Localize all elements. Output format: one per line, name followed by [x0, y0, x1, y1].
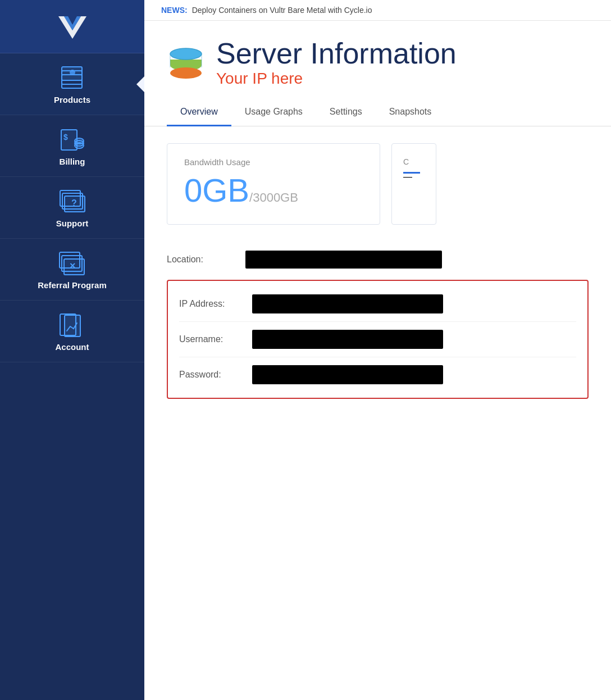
page-title: Server Information	[216, 38, 457, 70]
news-label: NEWS:	[161, 6, 188, 15]
svg-text:$: $	[63, 133, 68, 142]
vultr-logo-icon	[56, 13, 89, 42]
main-content: NEWS: Deploy Containers on Vultr Bare Me…	[144, 0, 611, 700]
partial-card: C —	[391, 143, 436, 225]
sidebar-item-referral[interactable]: × Referral Program	[0, 239, 144, 301]
password-row: Password:	[179, 357, 576, 392]
username-label: Username:	[179, 334, 252, 344]
sidebar-item-account[interactable]: Account	[0, 301, 144, 362]
sidebar-products-label: Products	[54, 95, 90, 104]
svg-point-10	[75, 138, 84, 144]
bandwidth-title: Bandwidth Usage	[184, 157, 363, 167]
svg-text:?: ?	[71, 198, 77, 208]
password-label: Password:	[179, 370, 252, 380]
header-text: Server Information Your IP here	[216, 38, 457, 88]
referral-icon: ×	[58, 251, 87, 276]
products-icon	[58, 66, 87, 90]
password-redacted	[252, 365, 443, 384]
info-rows: Location:	[167, 242, 589, 278]
news-text: Deploy Containers on Vultr Bare Metal wi…	[192, 6, 372, 15]
sidebar-item-products[interactable]: Products	[0, 53, 144, 115]
sidebar-account-label: Account	[56, 342, 89, 352]
sidebar-logo	[0, 0, 144, 53]
location-redacted	[245, 251, 442, 269]
tab-snapshots[interactable]: Snapshots	[376, 99, 445, 126]
bandwidth-display: 0GB/3000GB	[184, 172, 363, 208]
server-ip-placeholder: Your IP here	[216, 70, 457, 88]
billing-icon: $	[58, 128, 87, 152]
server-icon	[167, 44, 205, 82]
tabs-bar: Overview Usage Graphs Settings Snapshots	[144, 99, 611, 126]
content-area: Bandwidth Usage 0GB/3000GB C — Location:	[144, 126, 611, 700]
svg-point-5	[70, 70, 75, 75]
tab-usage-graphs[interactable]: Usage Graphs	[231, 99, 316, 126]
svg-rect-20	[65, 315, 80, 337]
sidebar-billing-label: Billing	[60, 157, 85, 166]
account-icon	[58, 313, 87, 338]
ip-address-row: IP Address:	[179, 287, 576, 321]
username-redacted	[252, 330, 443, 349]
ip-address-label: IP Address:	[179, 299, 252, 309]
sidebar-item-support[interactable]: ? Support	[0, 177, 144, 239]
sidebar-referral-label: Referral Program	[38, 280, 107, 290]
partial-card-title: C	[403, 157, 436, 166]
sidebar-item-billing[interactable]: $ Billing	[0, 115, 144, 177]
cards-row: Bandwidth Usage 0GB/3000GB C —	[167, 143, 589, 225]
support-icon: ?	[58, 189, 87, 214]
tab-settings[interactable]: Settings	[316, 99, 376, 126]
sidebar: Products $ Billing ? Support	[0, 0, 144, 700]
news-bar: NEWS: Deploy Containers on Vultr Bare Me…	[144, 0, 611, 21]
bandwidth-card: Bandwidth Usage 0GB/3000GB	[167, 143, 380, 225]
credentials-section: IP Address: Username: Password:	[167, 280, 589, 399]
sidebar-support-label: Support	[56, 219, 89, 228]
ip-address-redacted	[252, 294, 443, 313]
page-header: Server Information Your IP here	[144, 21, 611, 88]
tab-overview[interactable]: Overview	[167, 99, 231, 126]
svg-text:×: ×	[70, 260, 76, 271]
bandwidth-max: /3000GB	[249, 190, 298, 204]
location-row: Location:	[167, 242, 589, 278]
location-label: Location:	[167, 254, 245, 265]
bandwidth-value: 0GB	[184, 172, 249, 208]
username-row: Username:	[179, 321, 576, 357]
location-value	[245, 251, 589, 269]
svg-point-24	[170, 67, 202, 79]
